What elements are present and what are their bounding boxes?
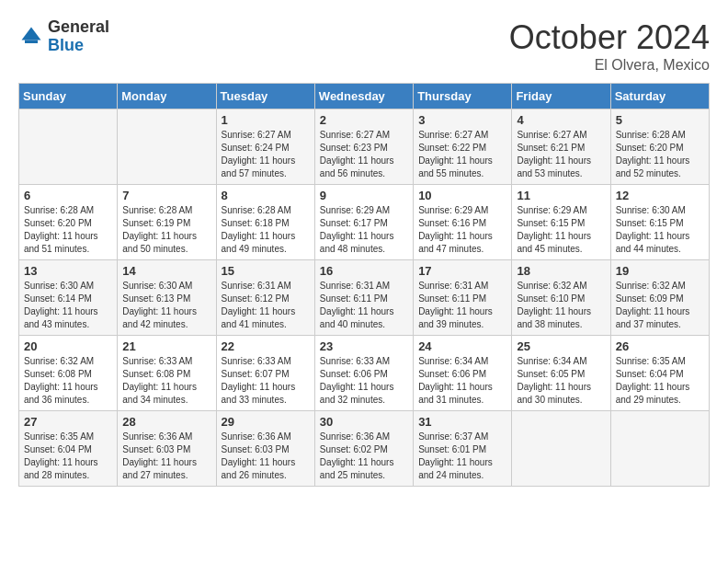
day-info: Sunrise: 6:30 AM Sunset: 6:13 PM Dayligh… <box>122 280 210 331</box>
calendar-cell: 25Sunrise: 6:34 AM Sunset: 6:05 PM Dayli… <box>512 336 610 411</box>
day-number: 10 <box>418 189 506 202</box>
day-number: 16 <box>320 264 408 278</box>
calendar-header-sunday: Sunday <box>19 84 118 109</box>
calendar-header-monday: Monday <box>118 84 216 109</box>
calendar-cell: 31Sunrise: 6:37 AM Sunset: 6:01 PM Dayli… <box>414 411 512 487</box>
day-info: Sunrise: 6:29 AM Sunset: 6:16 PM Dayligh… <box>418 204 506 256</box>
day-info: Sunrise: 6:34 AM Sunset: 6:06 PM Dayligh… <box>418 355 506 407</box>
calendar-cell: 7Sunrise: 6:28 AM Sunset: 6:19 PM Daylig… <box>118 185 216 260</box>
day-info: Sunrise: 6:32 AM Sunset: 6:08 PM Dayligh… <box>24 355 112 407</box>
day-info: Sunrise: 6:28 AM Sunset: 6:18 PM Dayligh… <box>222 204 310 256</box>
day-number: 31 <box>418 415 506 429</box>
day-info: Sunrise: 6:34 AM Sunset: 6:05 PM Dayligh… <box>517 355 605 407</box>
day-info: Sunrise: 6:35 AM Sunset: 6:04 PM Dayligh… <box>616 355 704 407</box>
calendar-cell: 16Sunrise: 6:31 AM Sunset: 6:11 PM Dayli… <box>314 260 413 336</box>
calendar-header-thursday: Thursday <box>414 84 512 109</box>
day-info: Sunrise: 6:30 AM Sunset: 6:14 PM Dayligh… <box>24 280 112 331</box>
day-number: 24 <box>418 339 506 353</box>
day-number: 15 <box>222 264 310 278</box>
day-info: Sunrise: 6:33 AM Sunset: 6:07 PM Dayligh… <box>222 355 310 407</box>
calendar-cell: 17Sunrise: 6:31 AM Sunset: 6:11 PM Dayli… <box>414 260 512 336</box>
calendar-cell: 1Sunrise: 6:27 AM Sunset: 6:24 PM Daylig… <box>216 109 314 185</box>
day-number: 21 <box>122 339 210 353</box>
calendar-cell: 13Sunrise: 6:30 AM Sunset: 6:14 PM Dayli… <box>19 260 118 336</box>
day-number: 25 <box>517 339 605 353</box>
day-info: Sunrise: 6:27 AM Sunset: 6:23 PM Dayligh… <box>320 129 408 180</box>
calendar-cell: 5Sunrise: 6:28 AM Sunset: 6:20 PM Daylig… <box>610 109 709 185</box>
month-title: October 2024 <box>509 18 710 57</box>
calendar-cell: 27Sunrise: 6:35 AM Sunset: 6:04 PM Dayli… <box>19 411 118 487</box>
calendar-cell <box>610 411 709 487</box>
day-number: 28 <box>122 415 210 429</box>
calendar-cell: 21Sunrise: 6:33 AM Sunset: 6:08 PM Dayli… <box>118 336 216 411</box>
day-number: 29 <box>222 415 310 429</box>
day-number: 6 <box>24 189 112 202</box>
calendar-week-row: 1Sunrise: 6:27 AM Sunset: 6:24 PM Daylig… <box>19 109 710 185</box>
calendar-cell: 23Sunrise: 6:33 AM Sunset: 6:06 PM Dayli… <box>314 336 413 411</box>
calendar-cell: 19Sunrise: 6:32 AM Sunset: 6:09 PM Dayli… <box>610 260 709 336</box>
calendar-cell: 29Sunrise: 6:36 AM Sunset: 6:03 PM Dayli… <box>216 411 314 487</box>
day-info: Sunrise: 6:31 AM Sunset: 6:11 PM Dayligh… <box>418 280 506 331</box>
day-info: Sunrise: 6:27 AM Sunset: 6:22 PM Dayligh… <box>418 129 506 180</box>
logo: General Blue <box>18 18 109 55</box>
day-number: 26 <box>616 339 704 353</box>
day-info: Sunrise: 6:33 AM Sunset: 6:08 PM Dayligh… <box>122 355 210 407</box>
calendar-cell: 28Sunrise: 6:36 AM Sunset: 6:03 PM Dayli… <box>118 411 216 487</box>
calendar-cell <box>19 109 118 185</box>
day-number: 11 <box>517 189 605 202</box>
day-info: Sunrise: 6:36 AM Sunset: 6:02 PM Dayligh… <box>320 431 408 482</box>
day-number: 19 <box>616 264 704 278</box>
calendar-cell <box>512 411 610 487</box>
calendar-cell: 2Sunrise: 6:27 AM Sunset: 6:23 PM Daylig… <box>314 109 413 185</box>
title-block: October 2024 El Olvera, Mexico <box>509 18 710 74</box>
calendar-header-tuesday: Tuesday <box>216 84 314 109</box>
day-number: 2 <box>320 113 408 127</box>
day-info: Sunrise: 6:35 AM Sunset: 6:04 PM Dayligh… <box>24 431 112 482</box>
day-info: Sunrise: 6:31 AM Sunset: 6:12 PM Dayligh… <box>222 280 310 331</box>
calendar-cell <box>118 109 216 185</box>
calendar-header-row: SundayMondayTuesdayWednesdayThursdayFrid… <box>19 84 710 109</box>
calendar-cell: 4Sunrise: 6:27 AM Sunset: 6:21 PM Daylig… <box>512 109 610 185</box>
calendar-week-row: 27Sunrise: 6:35 AM Sunset: 6:04 PM Dayli… <box>19 411 710 487</box>
logo-blue-text: Blue <box>48 36 84 54</box>
calendar-header-wednesday: Wednesday <box>314 84 413 109</box>
day-info: Sunrise: 6:27 AM Sunset: 6:21 PM Dayligh… <box>517 129 605 180</box>
day-info: Sunrise: 6:28 AM Sunset: 6:20 PM Dayligh… <box>24 204 112 256</box>
day-info: Sunrise: 6:27 AM Sunset: 6:24 PM Dayligh… <box>222 129 310 180</box>
calendar-cell: 22Sunrise: 6:33 AM Sunset: 6:07 PM Dayli… <box>216 336 314 411</box>
day-number: 14 <box>122 264 210 278</box>
day-number: 9 <box>320 189 408 202</box>
day-number: 8 <box>222 189 310 202</box>
calendar-header-friday: Friday <box>512 84 610 109</box>
calendar-cell: 15Sunrise: 6:31 AM Sunset: 6:12 PM Dayli… <box>216 260 314 336</box>
location-subtitle: El Olvera, Mexico <box>509 57 710 74</box>
day-number: 4 <box>517 113 605 127</box>
day-info: Sunrise: 6:37 AM Sunset: 6:01 PM Dayligh… <box>418 431 506 482</box>
calendar-header-saturday: Saturday <box>610 84 709 109</box>
day-info: Sunrise: 6:28 AM Sunset: 6:19 PM Dayligh… <box>122 204 210 256</box>
calendar-week-row: 6Sunrise: 6:28 AM Sunset: 6:20 PM Daylig… <box>19 185 710 260</box>
day-number: 23 <box>320 339 408 353</box>
calendar-cell: 8Sunrise: 6:28 AM Sunset: 6:18 PM Daylig… <box>216 185 314 260</box>
day-info: Sunrise: 6:28 AM Sunset: 6:20 PM Dayligh… <box>616 129 704 180</box>
calendar-cell: 11Sunrise: 6:29 AM Sunset: 6:15 PM Dayli… <box>512 185 610 260</box>
day-info: Sunrise: 6:32 AM Sunset: 6:09 PM Dayligh… <box>616 280 704 331</box>
page-header: General Blue October 2024 El Olvera, Mex… <box>18 18 710 74</box>
day-info: Sunrise: 6:31 AM Sunset: 6:11 PM Dayligh… <box>320 280 408 331</box>
calendar-cell: 18Sunrise: 6:32 AM Sunset: 6:10 PM Dayli… <box>512 260 610 336</box>
day-info: Sunrise: 6:33 AM Sunset: 6:06 PM Dayligh… <box>320 355 408 407</box>
calendar-cell: 6Sunrise: 6:28 AM Sunset: 6:20 PM Daylig… <box>19 185 118 260</box>
day-info: Sunrise: 6:29 AM Sunset: 6:15 PM Dayligh… <box>517 204 605 256</box>
calendar-cell: 30Sunrise: 6:36 AM Sunset: 6:02 PM Dayli… <box>314 411 413 487</box>
day-number: 1 <box>222 113 310 127</box>
day-number: 22 <box>222 339 310 353</box>
day-info: Sunrise: 6:36 AM Sunset: 6:03 PM Dayligh… <box>222 431 310 482</box>
day-number: 13 <box>24 264 112 278</box>
day-number: 17 <box>418 264 506 278</box>
day-number: 5 <box>616 113 704 127</box>
day-info: Sunrise: 6:29 AM Sunset: 6:17 PM Dayligh… <box>320 204 408 256</box>
calendar-week-row: 20Sunrise: 6:32 AM Sunset: 6:08 PM Dayli… <box>19 336 710 411</box>
calendar-cell: 9Sunrise: 6:29 AM Sunset: 6:17 PM Daylig… <box>314 185 413 260</box>
day-number: 27 <box>24 415 112 429</box>
day-info: Sunrise: 6:36 AM Sunset: 6:03 PM Dayligh… <box>122 431 210 482</box>
